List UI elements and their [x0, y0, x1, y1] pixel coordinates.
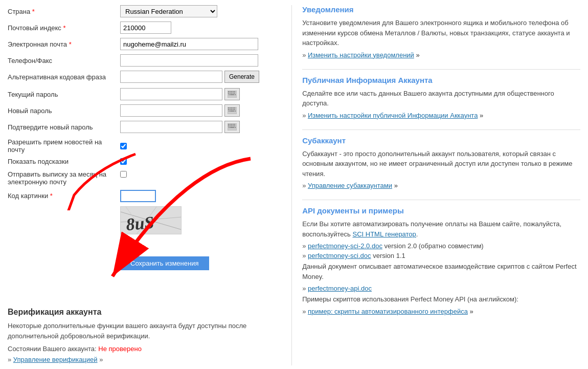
svg-rect-5	[234, 91, 235, 92]
subaccount-link[interactable]: Управление субаккаунтами	[308, 182, 392, 189]
captcha-image: 8uS	[120, 206, 182, 234]
svg-rect-11	[229, 94, 230, 95]
svg-rect-29	[228, 124, 229, 125]
svg-rect-33	[234, 124, 235, 125]
svg-rect-23	[233, 109, 234, 110]
alt-code-label: Альтернативная кодовая фраза	[8, 73, 120, 81]
api-text1: Если Вы хотите автоматизировать получени…	[302, 219, 580, 239]
svg-rect-22	[231, 109, 232, 110]
captcha-input[interactable]	[120, 190, 156, 202]
confirm-pass-label: Подтвердите новый пароль	[8, 123, 120, 131]
verification-text: Некоторые дополнительные функции вашего …	[8, 321, 281, 341]
svg-rect-40	[230, 127, 234, 128]
generate-button[interactable]: Generate	[224, 71, 259, 83]
notifications-text: Установите уведомления для Вашего электр…	[302, 18, 580, 48]
svg-rect-12	[230, 94, 234, 95]
svg-rect-3	[231, 91, 232, 92]
keyboard-icon-current[interactable]	[224, 88, 240, 100]
captcha-label: Код картинки *	[8, 190, 120, 200]
svg-rect-1	[228, 91, 229, 92]
svg-rect-38	[234, 125, 235, 126]
public-text: Сделайте все или часть данных Вашего ака…	[302, 89, 580, 108]
sci-generator-link[interactable]: SCI HTML генератор	[352, 230, 416, 238]
svg-text:8uS: 8uS	[125, 213, 155, 234]
svg-rect-10	[234, 93, 235, 94]
api-title: API документы и примеры	[302, 206, 580, 215]
newsletter-label: Разрешить прием новостей на почту	[8, 138, 120, 154]
svg-rect-8	[231, 93, 232, 94]
public-link[interactable]: Изменить настройки публичной Информации …	[308, 112, 478, 119]
svg-rect-34	[228, 125, 229, 126]
svg-rect-6	[228, 93, 229, 94]
svg-rect-20	[228, 109, 229, 110]
svg-rect-35	[230, 125, 231, 126]
svg-rect-36	[231, 125, 232, 126]
svg-rect-25	[229, 111, 230, 112]
email-label: Электронная почта *	[8, 40, 120, 48]
new-pass-input[interactable]	[120, 104, 222, 117]
svg-rect-31	[231, 124, 232, 125]
api-doc1-link[interactable]: perfectmoney-sci-2.0.doc	[308, 242, 382, 250]
current-pass-input[interactable]	[120, 88, 222, 100]
notifications-title: Уведомления	[302, 5, 580, 14]
monthly-checkbox[interactable]	[120, 171, 127, 178]
svg-rect-2	[230, 91, 231, 92]
svg-rect-30	[230, 124, 231, 125]
svg-rect-15	[228, 107, 229, 108]
confirm-pass-input[interactable]	[120, 121, 222, 133]
verification-title: Верификация аккаунта	[8, 308, 281, 317]
svg-rect-7	[230, 93, 231, 94]
notifications-section: Уведомления Установите уведомления для В…	[302, 5, 580, 59]
subaccount-link-row: Управление субаккаунтами »	[302, 182, 580, 189]
postal-label: Почтовый индекс *	[8, 24, 120, 32]
api-doc2-link[interactable]: perfectmoney-sci.doc	[308, 252, 371, 259]
svg-rect-32	[233, 124, 234, 125]
api-text2: Данный документ описывает автоматическое…	[302, 262, 580, 281]
api-doc2-row: perfectmoney-sci.doc version 1.1	[302, 252, 580, 259]
svg-rect-39	[229, 127, 230, 128]
subaccount-text: Субаккаунт - это просто дополнительный а…	[302, 149, 580, 179]
svg-rect-27	[235, 111, 236, 112]
svg-rect-16	[230, 107, 231, 108]
svg-rect-17	[231, 107, 232, 108]
svg-rect-9	[233, 93, 234, 94]
svg-rect-24	[234, 109, 235, 110]
api-section: API документы и примеры Если Вы хотите а…	[302, 206, 580, 315]
notifications-link[interactable]: Изменить настройки уведомлений	[308, 51, 414, 59]
postal-input[interactable]	[120, 21, 171, 34]
api-doc3-row: perfectmoney-api.doc	[302, 285, 580, 292]
monthly-label: Отправить выписку за месяц на электронну…	[8, 169, 120, 186]
hints-checkbox[interactable]	[120, 158, 127, 165]
save-button[interactable]: Сохранить изменения	[120, 256, 209, 270]
api-example-row: пример: скрипты автоматизированного инте…	[302, 308, 580, 315]
newsletter-checkbox[interactable]	[120, 143, 127, 149]
svg-rect-37	[233, 125, 234, 126]
subaccount-section: Субаккаунт Субаккаунт - это просто допол…	[302, 136, 580, 190]
public-info-section: Публичная Информация Аккаунта Сделайте в…	[302, 76, 580, 119]
svg-rect-18	[233, 107, 234, 108]
current-pass-label: Текущий пароль	[8, 91, 120, 98]
svg-rect-41	[235, 127, 236, 128]
country-label: Страна *	[8, 8, 120, 15]
email-input[interactable]	[120, 38, 258, 50]
svg-rect-4	[233, 91, 234, 92]
svg-rect-19	[234, 107, 235, 108]
verification-section: Верификация аккаунта Некоторые дополните…	[8, 302, 281, 363]
refresh-captcha-icon[interactable]: ↻	[120, 236, 281, 246]
phone-label: Телефон/Факс	[8, 57, 120, 64]
svg-rect-21	[230, 109, 231, 110]
keyboard-icon-confirm[interactable]	[224, 121, 240, 133]
public-link-row: Изменить настройки публичной Информации …	[302, 112, 580, 119]
new-pass-label: Новый пароль	[8, 107, 120, 115]
alt-code-input[interactable]	[120, 71, 222, 83]
svg-rect-26	[230, 111, 234, 112]
phone-input[interactable]	[120, 54, 258, 67]
api-example-link[interactable]: пример: скрипты автоматизированного инте…	[308, 308, 468, 315]
api-text3: Примеры скриптов использования Perfect M…	[302, 294, 580, 305]
keyboard-icon-new[interactable]	[224, 104, 240, 117]
country-select[interactable]: Russian Federation	[120, 5, 217, 17]
api-doc3-link[interactable]: perfectmoney-api.doc	[308, 285, 372, 292]
account-status: Состоянии Вашего аккаунта: Не проверено	[8, 345, 281, 353]
api-doc1-row: perfectmoney-sci-2.0.doc version 2.0 (об…	[302, 242, 580, 250]
manage-verification-link[interactable]: Управление верификацией	[13, 356, 98, 363]
